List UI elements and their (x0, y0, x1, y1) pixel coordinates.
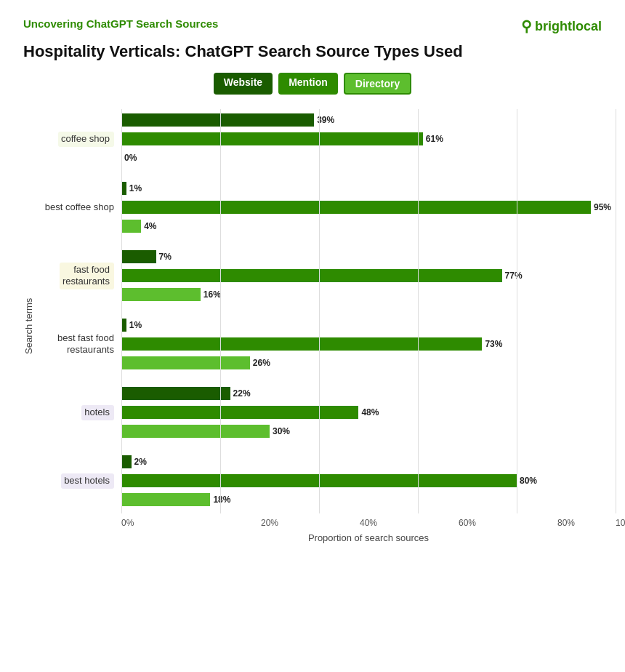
cat-label-text: hotels (81, 405, 114, 420)
bar-value: 48% (361, 407, 379, 417)
category-group: hotels22%48%30% (34, 383, 616, 442)
category-group: best fast foodrestaurants1%73%26% (34, 314, 616, 374)
bar-value: 16% (203, 289, 221, 300)
bar-row-group: 22%48%30% (121, 383, 616, 442)
chart-area: Search terms coffee shop39%61%0%best cof… (23, 109, 602, 543)
x-tick: 80% (517, 518, 616, 528)
y-axis-label: Search terms (23, 109, 34, 543)
bar-value: 26% (253, 358, 270, 368)
chart-title: Hospitality Verticals: ChatGPT Search So… (23, 42, 602, 61)
x-tick: 20% (220, 518, 319, 528)
x-tick: 40% (319, 518, 418, 528)
bar-value: 30% (273, 426, 290, 436)
bar-value: 7% (159, 252, 172, 262)
bar-website (121, 387, 230, 400)
bar-row: 95% (121, 199, 616, 215)
bar-value: 39% (317, 115, 334, 125)
bar-row: 39% (121, 112, 616, 128)
x-tick: 60% (418, 518, 517, 528)
brand-name: brightlocal (535, 19, 602, 34)
bar-row: 61% (121, 131, 616, 147)
cat-label-text: best fast foodrestaurants (57, 332, 114, 357)
bar-website (121, 250, 156, 263)
bar-row: 18% (121, 492, 616, 508)
top-bar: Uncovering ChatGPT Search Sources ⚲ brig… (23, 17, 602, 35)
cat-label-text: best coffee shop (45, 201, 114, 214)
bar-mention (121, 474, 517, 487)
bar-directory (121, 356, 250, 369)
bar-row: 30% (121, 423, 616, 439)
bar-website (121, 113, 314, 127)
brand-logo: ⚲ brightlocal (521, 17, 602, 35)
bar-website (121, 455, 132, 468)
bar-website (121, 319, 126, 332)
bar-row-group: 1%73%26% (121, 314, 616, 374)
bar-row: 48% (121, 404, 616, 420)
cat-label-text: coffee shop (58, 132, 114, 147)
cat-label: hotels (34, 405, 121, 420)
x-tick: 0% (121, 518, 220, 528)
bar-value: 95% (594, 202, 611, 212)
bar-row: 7% (121, 249, 616, 265)
bar-directory (121, 288, 201, 301)
bar-value: 0% (124, 153, 137, 163)
bar-directory (121, 220, 141, 233)
bar-value: 1% (129, 183, 142, 193)
category-group: best hotels2%80%18% (34, 451, 616, 511)
subtitle: Uncovering ChatGPT Search Sources (23, 17, 218, 30)
bars-container: coffee shop39%61%0%best coffee shop1%95%… (34, 109, 616, 513)
cat-label-text: best hotels (61, 473, 114, 489)
bar-website (121, 182, 126, 195)
bar-mention (121, 269, 502, 282)
cat-label: best fast foodrestaurants (34, 332, 121, 357)
category-group: best coffee shop1%95%4% (34, 177, 616, 237)
bar-row: 73% (121, 336, 616, 352)
legend-website: Website (214, 73, 273, 95)
brand-pin-icon: ⚲ (521, 17, 532, 35)
legend: Website Mention Directory (23, 73, 602, 95)
bar-row-group: 7%77%16% (121, 246, 616, 305)
bar-mention (121, 201, 591, 214)
bar-row: 80% (121, 473, 616, 489)
bar-mention (121, 132, 423, 145)
bar-value: 80% (520, 476, 537, 486)
category-group: coffee shop39%61%0% (34, 109, 616, 169)
cat-label: coffee shop (34, 132, 121, 147)
bar-row: 22% (121, 385, 616, 401)
bar-value: 77% (505, 271, 523, 281)
bar-directory (121, 425, 270, 438)
bar-value: 2% (134, 457, 147, 467)
bar-mention (121, 337, 482, 351)
category-group: fast foodrestaurants7%77%16% (34, 246, 616, 305)
bar-value: 61% (426, 134, 443, 144)
bar-value: 18% (213, 495, 230, 505)
bar-value: 1% (129, 320, 142, 330)
bar-value: 73% (485, 339, 502, 349)
cat-label: fast foodrestaurants (34, 263, 121, 290)
chart-inner: coffee shop39%61%0%best coffee shop1%95%… (34, 109, 616, 543)
bar-row: 2% (121, 454, 616, 470)
bar-row-group: 2%80%18% (121, 451, 616, 511)
categories-rows: coffee shop39%61%0%best coffee shop1%95%… (34, 109, 616, 511)
bar-value: 4% (144, 221, 156, 231)
bar-row: 26% (121, 355, 616, 371)
bar-value: 22% (233, 388, 251, 399)
bar-directory (121, 493, 210, 506)
legend-directory: Directory (344, 73, 411, 95)
x-axis-label: Proportion of search sources (34, 532, 616, 543)
bar-row-group: 39%61%0% (121, 109, 616, 169)
bar-row: 1% (121, 317, 616, 333)
bar-row: 4% (121, 218, 616, 234)
x-axis: 0%20%40%60%80%100% (34, 518, 616, 528)
bar-row: 0% (121, 150, 616, 166)
bar-row: 1% (121, 180, 616, 196)
bar-row: 16% (121, 287, 616, 303)
cat-label-text: fast foodrestaurants (60, 263, 114, 290)
cat-label: best coffee shop (34, 201, 121, 214)
bar-row: 77% (121, 268, 616, 284)
bar-row-group: 1%95%4% (121, 177, 616, 237)
cat-label: best hotels (34, 473, 121, 489)
legend-mention: Mention (278, 73, 338, 95)
bar-mention (121, 406, 358, 419)
